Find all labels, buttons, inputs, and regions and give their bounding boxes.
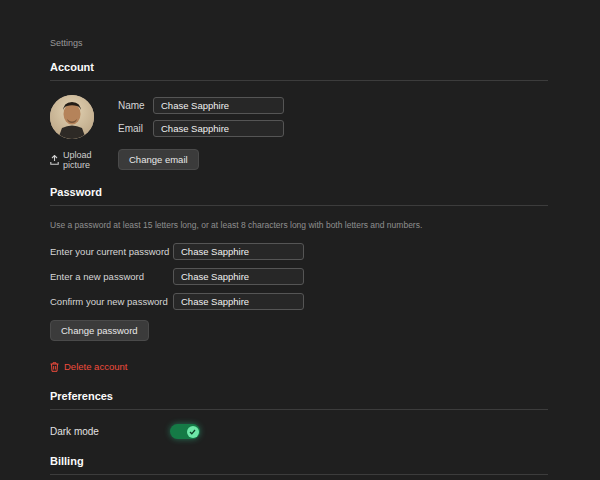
current-password-row: Enter your current password (50, 243, 548, 260)
dark-mode-label: Dark mode (50, 426, 170, 437)
account-heading: Account (50, 61, 548, 73)
upload-picture-button[interactable]: Upload picture (50, 150, 118, 170)
name-label: Name (118, 100, 153, 111)
password-heading: Password (50, 186, 548, 198)
password-hint: Use a password at least 15 letters long,… (50, 220, 548, 230)
delete-account-label: Delete account (64, 361, 127, 372)
account-section: Name Email (50, 95, 548, 143)
name-input[interactable] (153, 97, 284, 114)
account-actions: Upload picture Change email (50, 149, 548, 170)
preferences-heading: Preferences (50, 390, 548, 402)
divider (50, 205, 548, 206)
email-field-row: Email (118, 120, 548, 137)
current-password-input[interactable] (173, 243, 304, 260)
current-password-label: Enter your current password (50, 246, 173, 257)
email-input[interactable] (153, 120, 284, 137)
dark-mode-toggle[interactable] (170, 424, 200, 439)
name-field-row: Name (118, 97, 548, 114)
change-password-button[interactable]: Change password (50, 320, 149, 341)
divider (50, 474, 548, 475)
trash-icon (50, 362, 59, 372)
confirm-password-row: Confirm your new password (50, 293, 548, 310)
confirm-password-label: Confirm your new password (50, 296, 173, 307)
upload-icon (50, 155, 59, 165)
delete-account-button[interactable]: Delete account (50, 361, 127, 372)
avatar-column (50, 95, 118, 139)
upload-picture-label: Upload picture (63, 150, 118, 170)
new-password-label: Enter a new password (50, 271, 173, 282)
settings-page: Settings Account (0, 0, 600, 480)
change-email-button[interactable]: Change email (118, 149, 199, 170)
email-label: Email (118, 123, 153, 134)
account-fields: Name Email (118, 95, 548, 143)
breadcrumb: Settings (50, 38, 548, 48)
toggle-knob (187, 426, 199, 438)
check-icon (189, 429, 196, 435)
new-password-row: Enter a new password (50, 268, 548, 285)
divider (50, 80, 548, 81)
divider (50, 409, 548, 410)
billing-heading: Billing (50, 455, 548, 467)
confirm-password-input[interactable] (173, 293, 304, 310)
new-password-input[interactable] (173, 268, 304, 285)
avatar (50, 95, 94, 139)
dark-mode-row: Dark mode (50, 424, 548, 439)
